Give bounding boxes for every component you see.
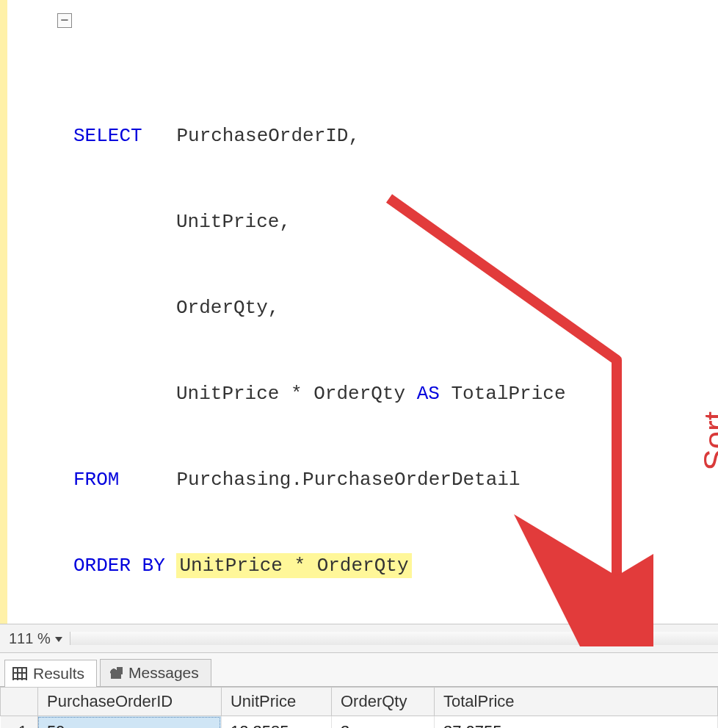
rownum-header xyxy=(1,688,38,716)
column-header[interactable]: UnitPrice xyxy=(221,688,331,716)
code-line: UnitPrice * OrderQty AS TotalPrice xyxy=(37,380,718,408)
sql-editor[interactable]: − SELECT PurchaseOrderID, UnitPrice, Ord… xyxy=(0,0,718,624)
keyword-select: SELECT xyxy=(73,125,142,147)
cell[interactable]: 59 xyxy=(37,716,221,729)
tab-label: Messages xyxy=(128,664,199,682)
code-line: UnitPrice, xyxy=(37,208,718,237)
tab-results[interactable]: Results xyxy=(4,660,97,687)
code-line: FROM Purchasing.PurchaseOrderDetail xyxy=(37,466,718,494)
header-row: PurchaseOrderID UnitPrice OrderQty Total… xyxy=(1,688,718,716)
zoom-bar: 111 % xyxy=(0,624,718,653)
keyword-from: FROM xyxy=(73,469,119,491)
keyword-as: AS xyxy=(417,383,440,405)
messages-icon xyxy=(108,666,123,680)
results-grid[interactable]: PurchaseOrderID UnitPrice OrderQty Total… xyxy=(0,687,718,728)
sort-label: Sort xyxy=(697,411,718,471)
tab-messages[interactable]: Messages xyxy=(100,659,211,686)
zoom-dropdown[interactable]: 111 % xyxy=(4,629,67,649)
tab-label: Results xyxy=(33,665,84,682)
code-line: OrderQty, xyxy=(37,294,718,322)
row-number: 1 xyxy=(1,716,38,729)
highlighted-expression: UnitPrice * OrderQty xyxy=(176,553,411,578)
fold-toggle[interactable]: − xyxy=(57,13,72,28)
zoom-value: 111 % xyxy=(9,630,51,646)
horizontal-scrollbar[interactable] xyxy=(70,632,718,645)
keyword-orderby: ORDER BY xyxy=(73,555,165,577)
cell[interactable]: 3 xyxy=(331,716,434,729)
result-tabs: Results Messages xyxy=(0,653,718,687)
grid-icon xyxy=(12,667,27,680)
cell[interactable]: 12.3585 xyxy=(221,716,331,729)
cell[interactable]: 37.0755 xyxy=(434,716,717,729)
column-header[interactable]: PurchaseOrderID xyxy=(37,688,221,716)
column-header[interactable]: OrderQty xyxy=(331,688,434,716)
table-row[interactable]: 15912.3585337.0755 xyxy=(1,716,718,729)
code-line: ORDER BY UnitPrice * OrderQty xyxy=(37,552,718,580)
code-line: SELECT PurchaseOrderID, xyxy=(37,122,718,151)
editor-gutter xyxy=(0,0,7,624)
column-header[interactable]: TotalPrice xyxy=(434,688,717,716)
chevron-down-icon xyxy=(55,637,62,642)
